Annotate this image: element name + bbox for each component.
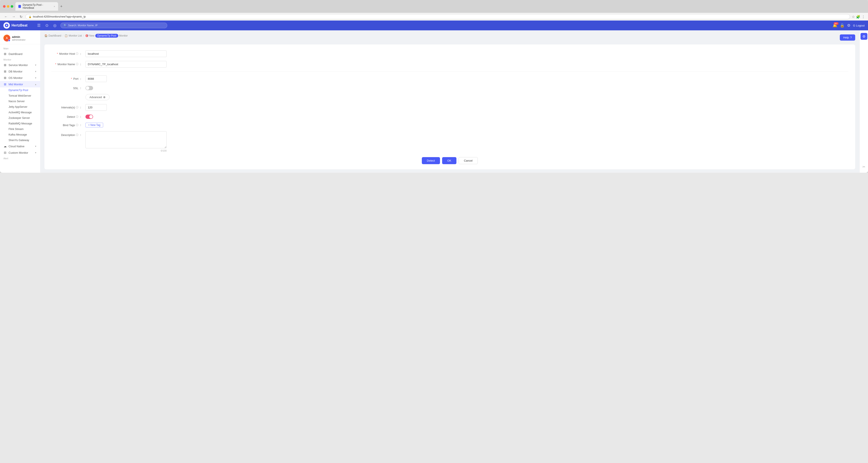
extensions-icon[interactable]: 🧩 — [856, 15, 860, 19]
kafka-label: Kafka Message — [8, 133, 27, 136]
action-buttons: Detect OK Cancel — [51, 157, 848, 164]
bind-tags-text: Bind Tags — [63, 123, 75, 127]
detect-button[interactable]: Detect — [422, 157, 440, 164]
sidebar-label-custom-monitor: Custom Monitor — [8, 151, 33, 154]
sidebar-sub-flink[interactable]: Flink Stream — [7, 126, 40, 132]
browser-window: DynamicTp Pool - HertzBeat × + ← → ↻ 🔒 l… — [0, 0, 868, 173]
help-button[interactable]: Help ? — [840, 34, 855, 40]
logo-area: HertzBeat — [3, 22, 33, 29]
description-counter: 0/100 — [86, 149, 166, 152]
scissors-icon-button[interactable]: ✂ — [861, 163, 867, 170]
sidebar-item-custom-monitor[interactable]: ⊟ Custom Monitor ▼ — [0, 149, 40, 156]
breadcrumb-new-label: New — [89, 34, 94, 37]
github-icon[interactable]: ⊙ — [44, 22, 49, 29]
list-icon: 📋 — [64, 34, 68, 37]
right-panel: ⚙ ✂ — [860, 30, 868, 173]
new-tab-button[interactable]: + — [60, 4, 63, 9]
ssl-slider — [86, 86, 93, 90]
help-icon: ? — [850, 36, 852, 39]
sidebar-sub-activemq[interactable]: ActiveMQ Message — [7, 110, 40, 115]
add-tag-button[interactable]: + New Tag — [86, 123, 103, 127]
sidebar-item-service-monitor[interactable]: ⊞ Service Monitor ▼ — [0, 62, 40, 68]
sidebar-item-label: DashBoard — [8, 52, 37, 56]
reload-button[interactable]: ↻ — [19, 14, 24, 19]
browser-nav: ← → ↻ 🔒 localhost:4200/monitors/new?app=… — [0, 13, 868, 21]
browser-tab[interactable]: DynamicTp Pool - HertzBeat × — [16, 2, 58, 11]
logout-label: Logout — [856, 24, 865, 27]
sidebar-label-db-monitor: DB Monitor — [8, 70, 33, 73]
ok-button[interactable]: OK — [442, 157, 457, 164]
sidebar-item-mid-monitor[interactable]: ⊞ Mid Monitor ▲ — [0, 81, 40, 87]
required-star-port: * — [71, 77, 72, 80]
settings-panel-button[interactable]: ⚙ — [861, 33, 867, 40]
breadcrumb-dashboard[interactable]: 🏠 DashBoard — [44, 34, 61, 37]
lock-button[interactable]: 🔒 — [840, 23, 844, 28]
back-button[interactable]: ← — [3, 14, 9, 19]
breadcrumb: 🏠 DashBoard / 📋 Monitor List / 🎯 New — [44, 34, 128, 38]
chat-icon[interactable]: ◎ — [52, 22, 58, 29]
logout-button[interactable]: G Logout — [853, 24, 865, 27]
sidebar-label-cloud-native: Cloud Native — [8, 145, 33, 148]
menu-icon[interactable]: ⋮ — [862, 15, 865, 19]
sidebar-sub-dynamictp-pool[interactable]: DynamicTp Pool — [7, 87, 40, 93]
sidebar-item-dashboard[interactable]: ⊞ DashBoard — [0, 51, 40, 57]
mid-monitor-submenu: DynamicTp Pool Tomcat WebServer Nacos Se… — [0, 87, 40, 143]
jetty-label: Jetty AppServer — [8, 106, 27, 108]
settings-button[interactable]: ⚙ — [847, 23, 850, 28]
header-search[interactable]: 🔍 Search: Monitor Name, IP — [60, 23, 167, 28]
port-input[interactable] — [86, 76, 107, 82]
app-header: HertzBeat ☰ ⊙ ◎ 🔍 Search: Monitor Name, … — [0, 21, 868, 30]
ssl-toggle[interactable] — [86, 86, 93, 90]
db-monitor-icon: ⊞ — [3, 70, 7, 73]
bookmark-icon[interactable]: ☆ — [852, 15, 855, 19]
sidebar-item-os-monitor[interactable]: ⊞ OS Monitor ▼ — [0, 75, 40, 81]
ssl-row: SSL ： — [51, 86, 848, 90]
intervals-label: Intervals(s) ⓘ ： — [51, 106, 86, 110]
sidebar-item-db-monitor[interactable]: ⊞ DB Monitor ▼ — [0, 68, 40, 75]
monitor-host-input[interactable] — [86, 51, 166, 57]
intervals-input[interactable] — [86, 104, 107, 111]
user-info: admin administrator — [12, 35, 26, 41]
monitor-host-text: Monitor Host — [59, 52, 75, 55]
breadcrumb-dashboard-label: DashBoard — [49, 34, 61, 37]
sidebar-sub-zookeeper[interactable]: Zookeeper Server — [7, 115, 40, 121]
sidebar-label-mid-monitor: Mid Monitor — [8, 83, 33, 86]
advanced-row: Advanced ⊕ — [51, 94, 848, 100]
breadcrumb-monitor-list[interactable]: 📋 Monitor List — [64, 34, 82, 37]
search-icon: 🔍 — [64, 24, 67, 27]
add-tag-label: + New Tag — [88, 123, 100, 126]
hamburger-icon[interactable]: ☰ — [36, 22, 41, 29]
detect-toggle[interactable] — [86, 115, 93, 119]
ssl-label: SSL ： — [51, 86, 86, 90]
sidebar-item-cloud-native[interactable]: ☁ Cloud Native ▼ — [0, 143, 40, 149]
notification-button[interactable]: 🔔 99+ — [833, 23, 837, 28]
sidebar-sub-rabbitmq[interactable]: RabbitMQ Message — [7, 121, 40, 126]
required-star-name: * — [55, 63, 56, 66]
form-card: * Monitor Host ⓘ ： * Monitor Name ⓘ — [44, 45, 855, 169]
info-icon-intervals: ⓘ — [76, 106, 79, 109]
monitor-name-input[interactable] — [86, 61, 166, 67]
close-dot[interactable] — [3, 5, 5, 8]
port-label: * Port ： — [51, 77, 86, 81]
flink-label: Flink Stream — [8, 127, 24, 131]
chevron-down-icon: ▼ — [35, 64, 37, 66]
dynamictp-pool-label: DynamicTp Pool — [8, 89, 28, 92]
url-bar[interactable]: 🔒 localhost:4200/monitors/new?app=dynami… — [25, 14, 850, 19]
custom-monitor-icon: ⊟ — [3, 151, 7, 154]
sidebar-sub-nacos[interactable]: Nacos Server — [7, 98, 40, 104]
sidebar-sub-tomcat[interactable]: Tomcat WebServer — [7, 93, 40, 98]
advanced-button[interactable]: Advanced ⊕ — [86, 94, 110, 100]
help-label: Help — [843, 36, 849, 39]
sidebar-sub-jetty[interactable]: Jetty AppServer — [7, 104, 40, 110]
sidebar-sub-shenyu[interactable]: ShenYu Gateway — [7, 138, 40, 143]
breadcrumb-sep-1: / — [63, 34, 63, 37]
forward-button[interactable]: → — [11, 14, 17, 19]
description-textarea[interactable] — [86, 131, 166, 148]
sidebar-user: A admin administrator — [0, 33, 40, 44]
cancel-button[interactable]: Cancel — [459, 157, 478, 164]
tab-close-icon[interactable]: × — [54, 5, 55, 8]
minimize-dot[interactable] — [7, 5, 9, 8]
monitor-host-label: * Monitor Host ⓘ ： — [51, 52, 86, 56]
maximize-dot[interactable] — [11, 5, 13, 8]
sidebar-sub-kafka[interactable]: Kafka Message — [7, 132, 40, 138]
